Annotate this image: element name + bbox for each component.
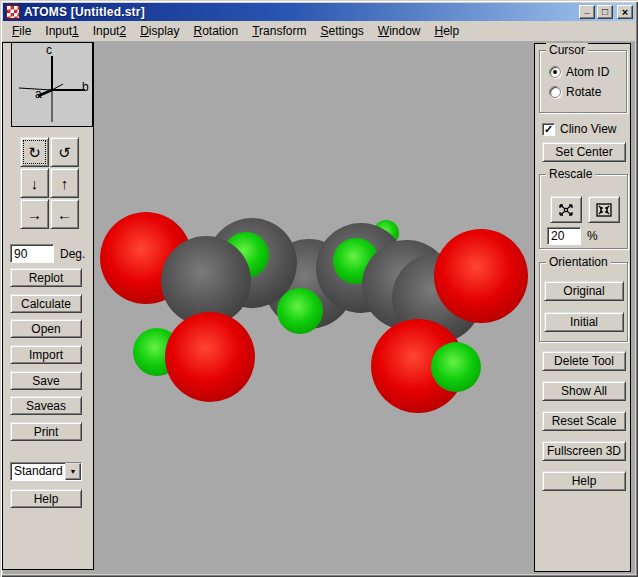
arrow-left-button[interactable]: ← xyxy=(50,199,79,229)
axis-label-c: c xyxy=(46,44,52,56)
menu-rotation[interactable]: Rotation xyxy=(187,22,246,40)
zoom-in-button[interactable] xyxy=(550,196,582,223)
atoms-window: ATOMS [Untitled.str] _□× FileInput1Input… xyxy=(0,0,638,577)
right-control-panel: Cursor Atom IDRotate ✓ Clino View Set Ce… xyxy=(534,43,631,572)
atom-H[interactable] xyxy=(277,288,323,334)
clino-view-checkbox[interactable]: ✓ xyxy=(542,123,555,136)
arrow-up-button[interactable]: ↑ xyxy=(50,168,79,198)
axis-indicator: c b a xyxy=(11,43,93,127)
cursor-option-atom-id[interactable]: Atom ID xyxy=(549,65,609,79)
style-select[interactable]: Standard ▼ xyxy=(10,462,82,481)
close-button[interactable]: × xyxy=(617,5,633,19)
menu-file[interactable]: File xyxy=(5,22,38,40)
rotate-ccw-icon: ↺ xyxy=(58,145,71,160)
reset-scale-button[interactable]: Reset Scale xyxy=(542,411,626,431)
arrow-down-icon: ↓ xyxy=(31,176,39,191)
atom-O[interactable] xyxy=(434,229,528,323)
delete-tool-button[interactable]: Delete Tool xyxy=(542,351,626,371)
left-toolbar-panel: c b a ↻↺↓↑→← Deg. ReplotCalculateOpenImp… xyxy=(2,42,94,570)
print-button[interactable]: Print xyxy=(10,422,82,441)
menu-display[interactable]: Display xyxy=(133,22,186,40)
rotation-button-grid: ↻↺↓↑→← xyxy=(20,137,80,229)
calculate-button[interactable]: Calculate xyxy=(10,294,82,313)
atom-H[interactable] xyxy=(431,342,481,392)
radio-icon[interactable] xyxy=(549,66,561,78)
minimize-icon: _ xyxy=(584,4,590,14)
atom-O[interactable] xyxy=(165,312,255,402)
window-title: ATOMS [Untitled.str] xyxy=(24,5,579,19)
clino-view-label: Clino View xyxy=(560,122,616,136)
menu-input2[interactable]: Input2 xyxy=(86,22,133,40)
rescale-percent-input[interactable] xyxy=(547,227,581,245)
maximize-icon: □ xyxy=(602,7,608,17)
arrow-down-button[interactable]: ↓ xyxy=(20,168,49,198)
close-icon: × xyxy=(622,7,628,17)
minimize-button[interactable]: _ xyxy=(579,5,595,19)
cursor-group: Cursor Atom IDRotate xyxy=(539,50,627,113)
chevron-down-icon[interactable]: ▼ xyxy=(65,463,81,480)
rescale-group-title: Rescale xyxy=(546,167,595,181)
arrow-left-icon: ← xyxy=(57,207,72,222)
radio-label: Atom ID xyxy=(566,65,609,79)
rescale-unit-label: % xyxy=(587,229,598,243)
replot-button[interactable]: Replot xyxy=(10,268,82,287)
help-button-left[interactable]: Help xyxy=(10,489,82,508)
zoom-out-button[interactable] xyxy=(588,196,620,223)
style-select-value: Standard xyxy=(11,463,65,480)
clino-view-row: ✓ Clino View xyxy=(542,122,616,136)
arrow-right-icon: → xyxy=(27,207,42,222)
import-button[interactable]: Import xyxy=(10,345,82,364)
menubar: FileInput1Input2DisplayRotationTransform… xyxy=(3,21,635,41)
menu-settings[interactable]: Settings xyxy=(313,22,370,40)
rotation-angle-input[interactable] xyxy=(10,244,54,263)
open-button[interactable]: Open xyxy=(10,319,82,338)
fullscreen-3d-button[interactable]: Fullscreen 3D xyxy=(542,441,626,461)
menu-input1[interactable]: Input1 xyxy=(38,22,85,40)
shrink-icon xyxy=(594,202,614,218)
radio-icon[interactable] xyxy=(549,86,561,98)
rotate-cw-button[interactable]: ↻ xyxy=(20,137,49,167)
save-button[interactable]: Save xyxy=(10,371,82,390)
show-all-button[interactable]: Show All xyxy=(542,381,626,401)
original-button[interactable]: Original xyxy=(544,281,624,301)
angle-unit-label: Deg. xyxy=(60,247,85,261)
arrow-up-icon: ↑ xyxy=(61,176,69,191)
maximize-button[interactable]: □ xyxy=(597,5,613,19)
menu-window[interactable]: Window xyxy=(371,22,428,40)
set-center-button[interactable]: Set Center xyxy=(542,142,626,162)
rotate-cw-icon: ↻ xyxy=(28,145,41,160)
radio-label: Rotate xyxy=(566,85,601,99)
cursor-group-title: Cursor xyxy=(546,43,588,57)
titlebar[interactable]: ATOMS [Untitled.str] _□× xyxy=(3,3,635,21)
axis-label-a: a xyxy=(35,88,42,100)
rotate-ccw-button[interactable]: ↺ xyxy=(50,137,79,167)
cursor-option-rotate[interactable]: Rotate xyxy=(549,85,601,99)
initial-button[interactable]: Initial xyxy=(544,312,624,332)
help-button[interactable]: Help xyxy=(542,471,626,491)
titlebar-buttons: _□× xyxy=(579,5,633,19)
menu-transform[interactable]: Transform xyxy=(245,22,313,40)
orientation-group-title: Orientation xyxy=(546,255,611,269)
expand-icon xyxy=(556,202,576,218)
atoms-logo-icon xyxy=(6,5,20,19)
arrow-right-button[interactable]: → xyxy=(20,199,49,229)
saveas-button[interactable]: Saveas xyxy=(10,396,82,415)
axis-label-b: b xyxy=(82,81,89,93)
menu-help[interactable]: Help xyxy=(428,22,467,40)
